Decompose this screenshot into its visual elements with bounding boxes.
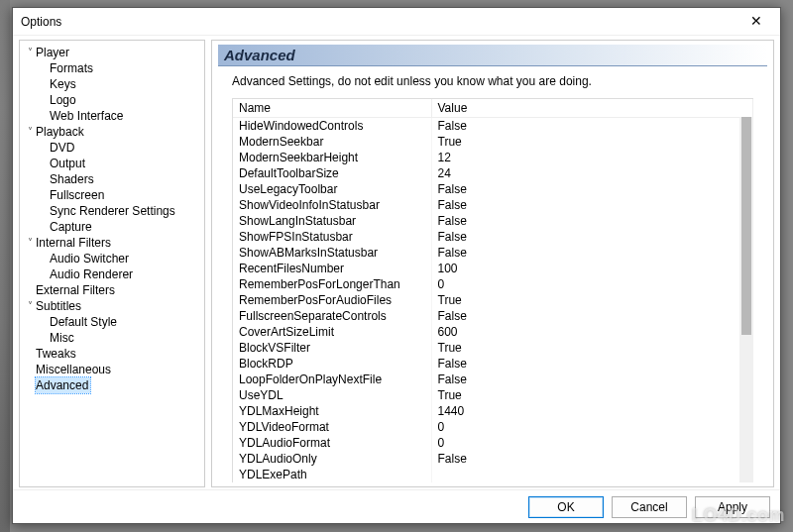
tree-node[interactable]: ˅Playback (22, 124, 202, 140)
setting-row[interactable]: BlockVSFilterTrue (233, 340, 753, 356)
setting-row[interactable]: CoverArtSizeLimit600 (233, 324, 753, 340)
cancel-button[interactable]: Cancel (612, 496, 687, 518)
tree-node-label: Tweaks (36, 346, 76, 362)
chevron-down-icon[interactable]: ˅ (24, 298, 36, 314)
setting-value[interactable]: True (431, 292, 753, 308)
setting-value[interactable]: False (431, 197, 753, 213)
setting-value[interactable]: False (431, 118, 753, 135)
setting-value[interactable]: 0 (431, 276, 753, 292)
setting-value[interactable]: False (431, 229, 753, 245)
setting-value[interactable]: False (431, 356, 753, 372)
tree-node[interactable]: DVD (22, 140, 202, 156)
setting-row[interactable]: YDLVideoFormat0 (233, 419, 753, 435)
tree-node[interactable]: Misc (22, 330, 202, 346)
tree-node-label: Logo (50, 92, 76, 108)
setting-value[interactable]: False (431, 308, 753, 324)
tree-node-label: Playback (36, 124, 84, 140)
setting-row[interactable]: YDLAudioOnlyFalse (233, 451, 753, 467)
setting-row[interactable]: ModernSeekbarTrue (233, 134, 753, 150)
tree-node-label: Advanced (36, 377, 90, 393)
setting-row[interactable]: RememberPosForAudioFilesTrue (233, 292, 753, 308)
setting-row[interactable]: ShowABMarksInStatusbarFalse (233, 245, 753, 261)
setting-value[interactable]: 1440 (431, 403, 753, 419)
setting-value[interactable]: True (431, 340, 753, 356)
tree-node[interactable]: ˅Player (22, 45, 202, 60)
setting-value[interactable]: 100 (431, 261, 753, 276)
setting-value[interactable]: True (431, 134, 753, 150)
setting-row[interactable]: HideWindowedControlsFalse (233, 118, 753, 135)
tree-node[interactable]: Audio Renderer (22, 266, 202, 282)
setting-value[interactable]: 0 (431, 435, 753, 451)
setting-row[interactable]: ShowFPSInStatusbarFalse (233, 229, 753, 245)
setting-name: YDLAudioOnly (233, 451, 431, 467)
setting-row[interactable]: YDLExePath (233, 467, 753, 482)
setting-value[interactable]: True (431, 387, 753, 403)
tree-node-label: Sync Renderer Settings (50, 203, 175, 219)
close-button[interactable]: ✕ (736, 10, 776, 34)
setting-value[interactable]: 600 (431, 324, 753, 340)
setting-value[interactable]: False (431, 372, 753, 387)
tree-node[interactable]: Miscellaneous (22, 362, 202, 377)
ok-button[interactable]: OK (528, 496, 604, 518)
setting-row[interactable]: RecentFilesNumber100 (233, 261, 753, 276)
setting-name: YDLVideoFormat (233, 419, 431, 435)
apply-button[interactable]: Apply (695, 496, 770, 518)
setting-value[interactable]: 24 (431, 165, 753, 181)
col-value-header[interactable]: Value (431, 99, 753, 118)
options-dialog: Options ✕ ˅PlayerFormatsKeysLogoWeb Inte… (12, 7, 781, 524)
setting-row[interactable]: UseYDLTrue (233, 387, 753, 403)
chevron-down-icon[interactable]: ˅ (24, 124, 36, 140)
tree-node[interactable]: Default Style (22, 314, 202, 330)
setting-name: YDLMaxHeight (233, 403, 431, 419)
tree-node[interactable]: Web Interface (22, 108, 202, 124)
tree-node[interactable]: Shaders (22, 171, 202, 187)
tree-node-label: External Filters (36, 282, 115, 298)
col-name-header[interactable]: Name (233, 99, 431, 118)
setting-value[interactable]: False (431, 213, 753, 229)
tree-node-label: Player (36, 45, 69, 60)
titlebar: Options ✕ (13, 8, 780, 36)
tree-node-label: Internal Filters (36, 235, 111, 251)
setting-value[interactable]: False (431, 451, 753, 467)
tree-node[interactable]: ˅Subtitles (22, 298, 202, 314)
tree-node-label: Shaders (50, 171, 94, 187)
tree-node[interactable]: Capture (22, 219, 202, 235)
tree-node-label: Audio Switcher (50, 251, 129, 266)
setting-value[interactable]: 0 (431, 419, 753, 435)
setting-row[interactable]: BlockRDPFalse (233, 356, 753, 372)
setting-row[interactable]: ShowVideoInfoInStatusbarFalse (233, 197, 753, 213)
tree-node[interactable]: Logo (22, 92, 202, 108)
tree-node[interactable]: Sync Renderer Settings (22, 203, 202, 219)
setting-name: ShowFPSInStatusbar (233, 229, 431, 245)
tree-node[interactable]: Tweaks (22, 346, 202, 362)
setting-value[interactable]: False (431, 181, 753, 197)
tree-node[interactable]: Advanced (22, 377, 202, 393)
setting-value[interactable]: 12 (431, 150, 753, 165)
chevron-down-icon[interactable]: ˅ (24, 45, 36, 60)
category-tree[interactable]: ˅PlayerFormatsKeysLogoWeb Interface˅Play… (19, 40, 205, 487)
settings-scroll[interactable]: Name Value HideWindowedControlsFalseMode… (233, 99, 753, 482)
tree-node[interactable]: Audio Switcher (22, 251, 202, 266)
scrollbar-thumb[interactable] (741, 117, 751, 335)
setting-row[interactable]: YDLAudioFormat0 (233, 435, 753, 451)
setting-row[interactable]: LoopFolderOnPlayNextFileFalse (233, 372, 753, 387)
tree-node[interactable]: Keys (22, 76, 202, 92)
setting-row[interactable]: RememberPosForLongerThan0 (233, 276, 753, 292)
setting-name: HideWindowedControls (233, 118, 431, 135)
tree-node[interactable]: Output (22, 156, 202, 171)
tree-node[interactable]: External Filters (22, 282, 202, 298)
setting-value[interactable] (431, 467, 753, 482)
setting-row[interactable]: ShowLangInStatusbarFalse (233, 213, 753, 229)
tree-node[interactable]: Formats (22, 60, 202, 76)
chevron-down-icon[interactable]: ˅ (24, 235, 36, 251)
setting-row[interactable]: FullscreenSeparateControlsFalse (233, 308, 753, 324)
setting-name: ModernSeekbarHeight (233, 150, 431, 165)
setting-row[interactable]: ModernSeekbarHeight12 (233, 150, 753, 165)
setting-row[interactable]: YDLMaxHeight1440 (233, 403, 753, 419)
setting-value[interactable]: False (431, 245, 753, 261)
setting-row[interactable]: DefaultToolbarSize24 (233, 165, 753, 181)
setting-row[interactable]: UseLegacyToolbarFalse (233, 181, 753, 197)
tree-node[interactable]: ˅Internal Filters (22, 235, 202, 251)
tree-node[interactable]: Fullscreen (22, 187, 202, 203)
scrollbar-track[interactable] (739, 117, 753, 482)
